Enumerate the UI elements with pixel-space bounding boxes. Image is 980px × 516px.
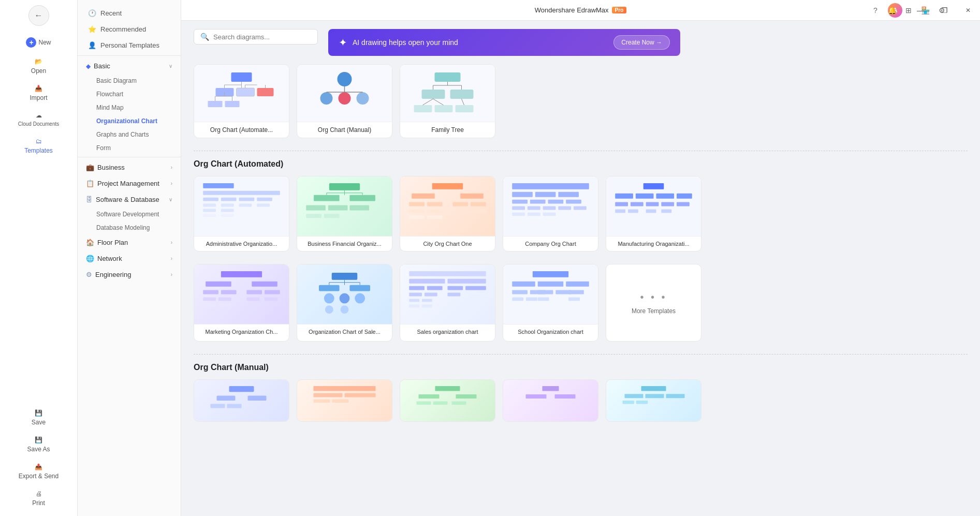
create-now-button[interactable]: Create Now → bbox=[613, 35, 670, 50]
svg-rect-156 bbox=[526, 297, 537, 301]
category-software[interactable]: 🗄 Software & Database ∨ bbox=[78, 191, 181, 208]
svg-rect-180 bbox=[646, 394, 664, 398]
card-company-org[interactable]: Company Org Chart bbox=[503, 176, 598, 252]
svg-rect-75 bbox=[452, 209, 468, 213]
basic-cat-icon: ◆ bbox=[86, 63, 91, 70]
floor-icon: 🏠 bbox=[86, 239, 94, 246]
card-manufacturing-label: Manufacturing Oraganizati... bbox=[606, 236, 701, 251]
card-school-org-label: School Organization chart bbox=[503, 324, 598, 339]
nav-save-as[interactable]: 💾 Save As bbox=[0, 432, 77, 457]
nav-save-as-label: Save As bbox=[27, 446, 50, 453]
close-button[interactable]: ✕ bbox=[956, 0, 980, 21]
category-floor[interactable]: 🏠 Floor Plan › bbox=[78, 234, 181, 250]
nav-cloud[interactable]: ☁ Cloud Documents bbox=[0, 108, 77, 131]
category-basic[interactable]: ◆ Basic ∨ bbox=[78, 58, 181, 74]
sidebar-item-org-chart[interactable]: Organizational Chart bbox=[78, 114, 181, 128]
floor-chevron-icon: › bbox=[171, 240, 172, 245]
card-admin[interactable]: Administrative Organizatio... bbox=[194, 176, 289, 252]
svg-rect-138 bbox=[465, 286, 486, 290]
svg-rect-50 bbox=[221, 214, 234, 217]
sidebar-item-flowchart[interactable]: Flowchart bbox=[78, 87, 181, 101]
card-marketing[interactable]: Marketing Organization Ch... bbox=[194, 264, 289, 342]
svg-rect-166 bbox=[345, 393, 376, 397]
sidebar-item-graphs[interactable]: Graphs and Charts bbox=[78, 128, 181, 141]
software-icon: 🗄 bbox=[86, 196, 93, 203]
business-icon: 💼 bbox=[86, 164, 94, 171]
nav-save[interactable]: 💾 Save bbox=[0, 405, 77, 430]
card-manual-4[interactable] bbox=[503, 379, 598, 422]
svg-rect-179 bbox=[625, 394, 643, 398]
svg-rect-67 bbox=[409, 202, 425, 207]
card-manual-1[interactable] bbox=[194, 379, 289, 422]
sidebar-item-software-dev[interactable]: Software Development bbox=[78, 208, 181, 221]
svg-rect-31 bbox=[414, 105, 432, 112]
nav-open[interactable]: 📂 Open bbox=[0, 54, 77, 79]
svg-rect-54 bbox=[306, 205, 326, 211]
card-sales-org[interactable]: Sales organization chart bbox=[400, 264, 495, 342]
card-school-org-preview bbox=[503, 264, 598, 324]
card-org-manual-label: Org Chart (Manual) bbox=[297, 122, 392, 138]
svg-rect-164 bbox=[314, 386, 376, 391]
sidebar-item-mind-map[interactable]: Mind Map bbox=[78, 101, 181, 114]
svg-rect-47 bbox=[239, 204, 252, 207]
svg-rect-86 bbox=[528, 207, 540, 210]
top-cards-row: Org Chart (Automate... Org bbox=[194, 64, 968, 138]
nav-export[interactable]: 📤 Export & Send bbox=[0, 459, 77, 484]
card-org-sales[interactable]: Organization Chart of Sale... bbox=[297, 264, 392, 342]
svg-rect-157 bbox=[538, 297, 549, 301]
svg-point-123 bbox=[324, 293, 334, 304]
more-templates-card[interactable]: • • • More Templates bbox=[606, 264, 701, 342]
category-network[interactable]: 🌐 Network › bbox=[78, 250, 181, 267]
minimize-button[interactable]: — bbox=[909, 0, 932, 21]
card-manual-5-preview bbox=[606, 380, 701, 421]
svg-rect-141 bbox=[448, 293, 461, 297]
svg-rect-88 bbox=[512, 212, 525, 216]
maximize-button[interactable]: ❐ bbox=[932, 0, 956, 21]
automated-grid-2: Marketing Organization Ch... bbox=[194, 264, 968, 342]
card-org-manual[interactable]: Org Chart (Manual) bbox=[297, 64, 392, 138]
sidebar-item-basic-diagram[interactable]: Basic Diagram bbox=[78, 74, 181, 87]
card-org-auto[interactable]: Org Chart (Automate... bbox=[194, 64, 289, 138]
nav-import[interactable]: 📥 Import bbox=[0, 81, 77, 106]
sidebar-item-recommended[interactable]: ⭐ Recommended bbox=[78, 21, 181, 37]
svg-rect-177 bbox=[555, 394, 576, 399]
svg-rect-137 bbox=[448, 286, 463, 290]
card-manual-3[interactable] bbox=[400, 379, 495, 422]
cloud-icon: ☁ bbox=[36, 112, 42, 119]
svg-point-127 bbox=[341, 305, 349, 314]
sidebar-item-recent[interactable]: 🕐 Recent bbox=[78, 5, 181, 21]
search-input[interactable] bbox=[213, 33, 311, 41]
svg-point-125 bbox=[355, 293, 365, 304]
plus-circle-icon: + bbox=[26, 37, 36, 48]
category-project[interactable]: 📋 Project Management › bbox=[78, 175, 181, 191]
card-manual-2[interactable] bbox=[297, 379, 392, 422]
nav-open-label: Open bbox=[31, 67, 46, 75]
svg-rect-116 bbox=[203, 303, 216, 307]
svg-rect-98 bbox=[615, 202, 628, 207]
svg-rect-113 bbox=[265, 290, 280, 294]
sidebar-item-database[interactable]: Database Modeling bbox=[78, 221, 181, 234]
svg-rect-87 bbox=[543, 207, 556, 210]
svg-rect-73 bbox=[409, 215, 425, 219]
card-family-tree[interactable]: Family Tree bbox=[400, 64, 495, 138]
manual-cards-row bbox=[194, 379, 968, 422]
category-engineering[interactable]: ⚙ Engineering › bbox=[78, 267, 181, 283]
svg-rect-121 bbox=[319, 285, 340, 291]
category-business[interactable]: 💼 Business › bbox=[78, 159, 181, 175]
card-business-financial[interactable]: Business Financial Organiz... bbox=[297, 176, 392, 252]
card-school-org[interactable]: School Organization chart bbox=[503, 264, 598, 342]
sidebar-item-personal[interactable]: 👤 Personal Templates bbox=[78, 37, 181, 53]
nav-new[interactable]: + New bbox=[0, 33, 77, 52]
svg-line-35 bbox=[433, 99, 444, 105]
help-icon-btn[interactable]: ? bbox=[868, 3, 883, 18]
sidebar-item-form[interactable]: Form bbox=[78, 141, 181, 155]
back-button[interactable]: ← bbox=[28, 5, 49, 26]
svg-rect-52 bbox=[314, 195, 340, 201]
nav-print[interactable]: 🖨 Print bbox=[0, 486, 77, 511]
nav-templates[interactable]: 🗂 Templates bbox=[0, 134, 77, 158]
card-manual-5[interactable] bbox=[606, 379, 701, 422]
card-manufacturing[interactable]: Manufacturing Oraganizati... bbox=[606, 176, 701, 252]
search-bar[interactable]: 🔍 bbox=[194, 29, 318, 45]
card-city-org[interactable]: City Org Chart One bbox=[400, 176, 495, 252]
notification-icon-btn[interactable]: 🔔 bbox=[885, 3, 899, 18]
